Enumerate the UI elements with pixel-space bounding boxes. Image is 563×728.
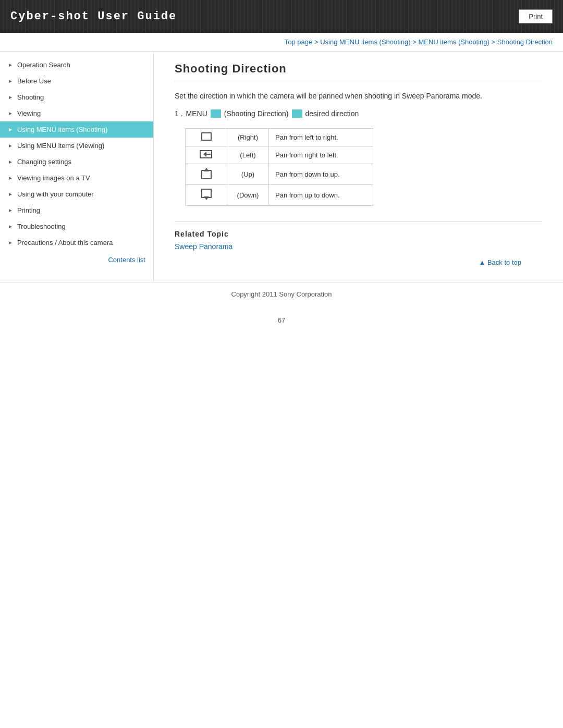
breadcrumb-using-menu-shooting[interactable]: Using MENU items (Shooting): [320, 38, 410, 46]
arrow-icon: ►: [8, 207, 13, 213]
sidebar-item-precautions[interactable]: ► Precautions / About this camera: [0, 235, 153, 251]
breadcrumb-top[interactable]: Top page: [285, 38, 313, 46]
sidebar: ► Operation Search ► Before Use ► Shooti…: [0, 52, 154, 282]
direction-table: (Right) Pan from left to right.: [185, 128, 373, 206]
direction-label-right: (Right): [227, 129, 269, 146]
direction-label-up: (Up): [227, 164, 269, 185]
content-description: Set the direction in which the camera wi…: [175, 92, 542, 100]
table-row: (Left) Pan from right to left.: [186, 146, 373, 164]
sidebar-item-label: Troubleshooting: [17, 223, 66, 230]
arrow-icon: ►: [8, 191, 13, 197]
breadcrumb: Top page > Using MENU items (Shooting) >…: [0, 33, 563, 51]
sidebar-item-label: Viewing images on a TV: [17, 174, 90, 182]
svg-marker-2: [203, 152, 206, 157]
direction-icon-down: [186, 185, 227, 206]
down-icon: [201, 188, 212, 201]
sidebar-item-using-menu-viewing[interactable]: ► Using MENU items (Viewing): [0, 138, 153, 154]
back-to-top: ▲ Back to top: [175, 251, 542, 272]
sidebar-item-using-computer[interactable]: ► Using with your computer: [0, 186, 153, 202]
sidebar-item-changing-settings[interactable]: ► Changing settings: [0, 154, 153, 170]
arrow-icon: ►: [8, 143, 13, 149]
step-middle-label: (Shooting Direction): [224, 109, 289, 118]
sidebar-item-label: Using with your computer: [17, 190, 94, 198]
arrow-icon: ►: [8, 240, 13, 245]
related-topic: Related Topic Sweep Panorama: [175, 221, 542, 251]
sidebar-item-viewing-tv[interactable]: ► Viewing images on a TV: [0, 170, 153, 186]
page-number: 67: [0, 306, 563, 335]
menu-label: MENU: [186, 109, 207, 118]
svg-marker-7: [204, 196, 209, 200]
breadcrumb-menu-items[interactable]: MENU items (Shooting): [418, 38, 489, 46]
back-to-top-link[interactable]: ▲ Back to top: [479, 258, 521, 266]
direction-label-left: (Left): [227, 146, 269, 164]
up-icon: [201, 167, 212, 180]
arrow-icon: ►: [8, 159, 13, 165]
arrow-icon: ►: [8, 175, 13, 181]
direction-desc-left: Pan from right to left.: [269, 146, 373, 164]
content-area: Shooting Direction Set the direction in …: [154, 52, 563, 282]
sidebar-item-label: Viewing: [17, 109, 41, 117]
arrow-icon: ►: [8, 127, 13, 132]
related-topic-title: Related Topic: [175, 230, 542, 238]
direction-desc-right: Pan from left to right.: [269, 129, 373, 146]
sidebar-item-operation-search[interactable]: ► Operation Search: [0, 57, 153, 73]
direction-icon-left: [186, 146, 227, 164]
sweep-panorama-link[interactable]: Sweep Panorama: [175, 242, 232, 251]
arrow-icon: ►: [8, 94, 13, 100]
sidebar-item-label: Shooting: [17, 93, 44, 101]
sidebar-item-label: Printing: [17, 206, 40, 214]
direction-desc-down: Pan from up to down.: [269, 185, 373, 206]
sidebar-item-viewing[interactable]: ► Viewing: [0, 105, 153, 121]
right-icon: [201, 132, 212, 141]
breadcrumb-shooting-direction[interactable]: Shooting Direction: [497, 38, 553, 46]
blue-box-1: [211, 109, 221, 118]
svg-rect-6: [202, 189, 211, 198]
sidebar-item-using-menu-shooting[interactable]: ► Using MENU items (Shooting): [0, 121, 153, 138]
direction-label-down: (Down): [227, 185, 269, 206]
left-icon: [199, 150, 214, 159]
svg-rect-4: [202, 170, 211, 179]
svg-marker-5: [204, 168, 209, 171]
table-row: (Down) Pan from up to down.: [186, 185, 373, 206]
sidebar-item-label: Using MENU items (Viewing): [17, 142, 104, 150]
main-layout: ► Operation Search ► Before Use ► Shooti…: [0, 51, 563, 282]
table-row: (Right) Pan from left to right.: [186, 129, 373, 146]
sidebar-item-label: Using MENU items (Shooting): [17, 126, 107, 133]
arrow-icon: ►: [8, 224, 13, 229]
direction-icon-up: [186, 164, 227, 185]
page-title: Shooting Direction: [175, 62, 542, 81]
sidebar-item-label: Before Use: [17, 77, 51, 85]
step-line: 1 . MENU (Shooting Direction) desired di…: [175, 109, 542, 118]
svg-rect-0: [202, 133, 211, 140]
sidebar-item-label: Changing settings: [17, 158, 71, 166]
header: Cyber-shot User Guide Print: [0, 0, 563, 33]
direction-desc-up: Pan from down to up.: [269, 164, 373, 185]
arrow-icon: ►: [8, 62, 13, 68]
table-row: (Up) Pan from down to up.: [186, 164, 373, 185]
contents-list-link[interactable]: Contents list: [0, 251, 153, 269]
step-end-label: desired direction: [305, 109, 359, 118]
step-number: 1 .: [175, 109, 183, 118]
sidebar-item-label: Precautions / About this camera: [17, 239, 113, 246]
app-title: Cyber-shot User Guide: [10, 10, 177, 23]
arrow-icon: ►: [8, 110, 13, 116]
copyright-text: Copyright 2011 Sony Corporation: [231, 290, 332, 298]
footer: Copyright 2011 Sony Corporation: [0, 282, 563, 306]
print-button[interactable]: Print: [519, 9, 553, 23]
sidebar-item-troubleshooting[interactable]: ► Troubleshooting: [0, 218, 153, 235]
sidebar-item-shooting[interactable]: ► Shooting: [0, 89, 153, 105]
sidebar-item-label: Operation Search: [17, 61, 70, 69]
sidebar-item-before-use[interactable]: ► Before Use: [0, 73, 153, 89]
direction-icon-right: [186, 129, 227, 146]
blue-box-2: [292, 109, 302, 118]
arrow-icon: ►: [8, 78, 13, 84]
sidebar-item-printing[interactable]: ► Printing: [0, 202, 153, 218]
